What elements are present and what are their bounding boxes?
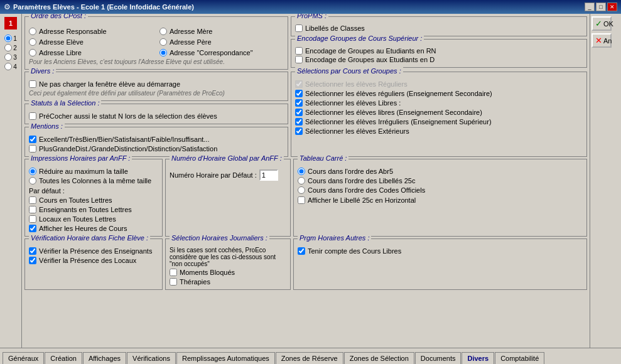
verification-checkbox-locaux[interactable] bbox=[29, 257, 36, 264]
impressions-check-cours[interactable]: Cours en Toutes Lettres bbox=[29, 196, 158, 204]
impressions-radio-colonnes[interactable]: Toutes les Colonnes à la même taille bbox=[29, 177, 158, 185]
mentions-check-2[interactable]: PlusGrandeDist./GrandeDistinction/Distin… bbox=[29, 145, 284, 153]
sidebar-radio-3[interactable]: 3 bbox=[4, 53, 17, 61]
divers-check-fenetre[interactable]: Ne pas charger la fenêtre élève au démar… bbox=[29, 80, 284, 88]
mentions-check-1[interactable]: Excellent/TrèsBien/Bien/Satisfaisant/Fai… bbox=[29, 136, 284, 143]
prgm-checkbox-cours-libres[interactable] bbox=[298, 247, 305, 255]
impressions-radio-input-colonnes[interactable] bbox=[29, 177, 36, 185]
selections-checkbox-5[interactable] bbox=[295, 127, 303, 135]
sidebar-radio-input-1[interactable] bbox=[4, 35, 12, 42]
divers-checkbox-fenetre[interactable] bbox=[29, 80, 36, 88]
verification-label-enseignants: Vérifier la Présence des Enseignants bbox=[39, 247, 152, 255]
selections-check-3[interactable]: Sélectionner les élèves libres (Enseigne… bbox=[295, 109, 583, 116]
tabs-bar: Généraux Création Affichages Vérificatio… bbox=[0, 348, 621, 364]
impressions-radio-reduire[interactable]: Réduire au maximum la taille bbox=[29, 168, 158, 175]
verification-check-locaux[interactable]: Vérifier la Présence des Locaux bbox=[29, 257, 158, 264]
sidebar-radio-4[interactable]: 4 bbox=[4, 63, 17, 70]
tableau-radio-codes[interactable]: Cours dans l'ordre des Codes Officiels bbox=[298, 186, 583, 194]
right-mid-col: Sélections par Cours et Groupes : Sélect… bbox=[291, 72, 587, 157]
impressions-checkbox-heures[interactable] bbox=[29, 225, 36, 232]
order-radio-input-libre[interactable] bbox=[29, 49, 36, 56]
selection-checkbox-moments[interactable] bbox=[170, 269, 177, 276]
impressions-check-enseignants[interactable]: Enseignants en Toutes Lettres bbox=[29, 206, 158, 213]
mentions-checkbox-1[interactable] bbox=[29, 136, 36, 143]
verification-check-enseignants[interactable]: Vérifier la Présence des Enseignants bbox=[29, 247, 158, 255]
order-radio-adresse-mere[interactable]: Adresse Mère bbox=[159, 28, 284, 35]
tableau-radio-abr5[interactable]: Cours dans l'ordre des Abr5 bbox=[298, 168, 583, 175]
selections-check-5[interactable]: Sélectionner les élèves Extérieurs bbox=[295, 127, 583, 135]
order-radio-adresse-pere[interactable]: Adresse Père bbox=[159, 38, 284, 46]
propms-check-libelles[interactable]: Libellés de Classes bbox=[295, 24, 583, 32]
impressions-check-locaux[interactable]: Locaux en Toutes Lettres bbox=[29, 215, 158, 223]
close-button[interactable]: ✕ bbox=[607, 3, 617, 11]
impressions-radio-input-reduire[interactable] bbox=[29, 168, 36, 175]
tab-comptabilite[interactable]: Comptabilité bbox=[495, 352, 544, 364]
selection-label-moments: Moments Bloqués bbox=[180, 269, 235, 276]
sidebar-radio-input-3[interactable] bbox=[4, 53, 12, 61]
tab-affichages[interactable]: Affichages bbox=[83, 352, 126, 364]
prgm-check-cours-libres[interactable]: Tenir compte des Cours Libres bbox=[298, 247, 583, 255]
order-radio-input-pere[interactable] bbox=[159, 38, 167, 46]
selection-check-moments[interactable]: Moments Bloqués bbox=[170, 269, 286, 276]
sidebar-radio-2[interactable]: 2 bbox=[4, 44, 17, 51]
sidebar-radio-input-4[interactable] bbox=[4, 63, 12, 70]
order-radio-adresse-eleve[interactable]: Adresse Elève bbox=[29, 38, 153, 46]
impressions-check-heures[interactable]: Afficher les Heures de Cours bbox=[29, 225, 158, 232]
tab-verifications[interactable]: Vérifications bbox=[127, 352, 176, 364]
divers-title: Divers : bbox=[29, 67, 56, 75]
selections-checkbox-4[interactable] bbox=[295, 118, 303, 126]
maximize-button[interactable]: □ bbox=[596, 3, 606, 11]
tab-zones-reserve[interactable]: Zones de Réserve bbox=[276, 352, 343, 364]
tab-documents[interactable]: Documents bbox=[415, 352, 462, 364]
statuts-checkbox-precocher[interactable] bbox=[29, 112, 36, 120]
selections-checkbox-3[interactable] bbox=[295, 109, 303, 116]
sidebar-radio-1[interactable]: 1 bbox=[4, 35, 17, 42]
tab-remplissages[interactable]: Remplissages Automatiques bbox=[176, 352, 275, 364]
tableau-radio-input-abr5[interactable] bbox=[298, 168, 305, 175]
selection-checkbox-therapies[interactable] bbox=[170, 278, 177, 286]
tableau-radio-input-codes[interactable] bbox=[298, 186, 305, 194]
order-radio-adresse-responsable[interactable]: Adresse Responsable bbox=[29, 28, 153, 35]
impressions-checkbox-enseignants[interactable] bbox=[29, 206, 36, 213]
encodage-check-d[interactable]: Encodage de Groupes aux Etudiants en D bbox=[295, 56, 583, 63]
tab-divers[interactable]: Divers bbox=[462, 352, 494, 364]
order-radio-input-eleve[interactable] bbox=[29, 38, 36, 46]
selections-checkbox-1[interactable] bbox=[295, 90, 303, 97]
tab-zones-selection[interactable]: Zones de Sélection bbox=[344, 352, 414, 364]
row2: Divers : Ne pas charger la fenêtre élève… bbox=[24, 72, 587, 157]
selections-check-1[interactable]: Sélectionner les élèves réguliers (Ensei… bbox=[295, 90, 583, 97]
order-radio-input-mere[interactable] bbox=[159, 28, 167, 35]
tab-generaux[interactable]: Généraux bbox=[3, 352, 44, 364]
encodage-checkbox-d[interactable] bbox=[295, 56, 303, 63]
sidebar-radio-input-2[interactable] bbox=[4, 44, 12, 51]
selection-check-therapies[interactable]: Thérapies bbox=[170, 278, 286, 286]
order-radio-adresse-correspondance[interactable]: Adresse "Correspondance" bbox=[159, 49, 284, 56]
ok-button[interactable]: ✓ OK bbox=[591, 16, 612, 31]
cancel-button[interactable]: ✕ An bbox=[591, 33, 612, 48]
selections-checkbox-2[interactable] bbox=[295, 99, 303, 107]
tableau-checkbox-libelle[interactable] bbox=[298, 196, 305, 204]
encodage-check-rn[interactable]: Encodage de Groupes au Etudiants en RN bbox=[295, 47, 583, 55]
mentions-checkbox-2[interactable] bbox=[29, 145, 36, 153]
minimize-button[interactable]: _ bbox=[585, 3, 595, 11]
encodage-checkbox-rn[interactable] bbox=[295, 47, 303, 55]
selections-check-4[interactable]: Sélectionner les élèves Irréguliers (Ens… bbox=[295, 118, 583, 126]
order-radio-input-correspondance[interactable] bbox=[159, 49, 167, 56]
statuts-check-precocher[interactable]: PréCocher aussi le statut N lors de la s… bbox=[29, 112, 284, 120]
verification-label-locaux: Vérifier la Présence des Locaux bbox=[39, 257, 136, 264]
tableau-radio-libelles[interactable]: Cours dans l'ordre des Libellés 25c bbox=[298, 177, 583, 185]
tableau-radio-input-libelles[interactable] bbox=[298, 177, 305, 185]
numero-horaire-input[interactable] bbox=[259, 169, 278, 181]
prgm-horaires-group: Prgm Horaires Autres : Tenir compte des … bbox=[293, 238, 587, 290]
order-radio-adresse-libre[interactable]: Adresse Libre bbox=[29, 49, 153, 56]
impressions-checkbox-locaux[interactable] bbox=[29, 215, 36, 223]
tab-creation[interactable]: Création bbox=[45, 352, 82, 364]
selections-check-2[interactable]: Sélectionner les élèves Libres : bbox=[295, 99, 583, 107]
prgm-label-cours-libres: Tenir compte des Cours Libres bbox=[308, 247, 401, 255]
tableau-check-libelle[interactable]: Afficher le Libellé 25c en Horizontal bbox=[298, 196, 583, 204]
verification-checkbox-enseignants[interactable] bbox=[29, 247, 36, 255]
impressions-checkbox-cours[interactable] bbox=[29, 196, 36, 204]
propms-checkbox-libelles[interactable] bbox=[295, 24, 303, 32]
row3: Impressions Horaires par AnFF : Réduire … bbox=[24, 159, 587, 237]
order-radio-input-responsable[interactable] bbox=[29, 28, 36, 35]
